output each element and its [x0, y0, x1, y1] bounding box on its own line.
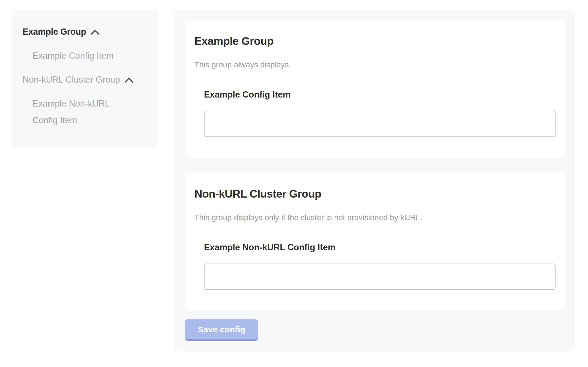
sidebar-group-label: Non-kURL Cluster Group — [23, 71, 120, 88]
sidebar-group-label: Example Group — [23, 23, 86, 40]
group-description: This group displays only if the cluster … — [194, 213, 556, 223]
group-description: This group always displays. — [194, 60, 556, 70]
config-item-label: Example Config Item — [204, 90, 556, 100]
config-group-card-non-kurl-cluster-group: Non-kURL Cluster Group This group displa… — [185, 173, 565, 309]
sidebar-group-toggle-example-group[interactable]: Example Group — [23, 23, 147, 40]
config-item: Example Config Item — [204, 90, 556, 137]
config-nav-sidebar: Example Group Example Config Item Non-kU… — [12, 10, 158, 147]
config-item-input-example-config-item[interactable] — [204, 111, 556, 137]
group-title: Non-kURL Cluster Group — [194, 187, 556, 201]
sidebar-group-toggle-non-kurl-cluster-group[interactable]: Non-kURL Cluster Group — [23, 71, 147, 88]
sidebar-item-example-config-item[interactable]: Example Config Item — [23, 47, 147, 64]
config-item-label: Example Non-kURL Config Item — [204, 242, 556, 253]
sidebar-group-example-group: Example Group Example Config Item — [23, 23, 147, 64]
chevron-up-icon — [91, 30, 100, 35]
config-item: Example Non-kURL Config Item — [204, 242, 556, 290]
save-row: Save config — [185, 319, 565, 339]
config-item-input-example-non-kurl-config-item[interactable] — [204, 264, 556, 290]
config-group-card-example-group: Example Group This group always displays… — [185, 20, 565, 157]
group-title: Example Group — [194, 35, 556, 48]
config-main-panel: Example Group This group always displays… — [174, 10, 575, 351]
chevron-up-icon — [124, 78, 133, 83]
save-config-button[interactable]: Save config — [185, 319, 258, 339]
sidebar-item-example-non-kurl-config-item[interactable]: Example Non-kURL Config Item — [23, 95, 127, 129]
sidebar-group-non-kurl-cluster-group: Non-kURL Cluster Group Example Non-kURL … — [23, 71, 147, 129]
config-page: Example Group Example Config Item Non-kU… — [0, 0, 588, 351]
